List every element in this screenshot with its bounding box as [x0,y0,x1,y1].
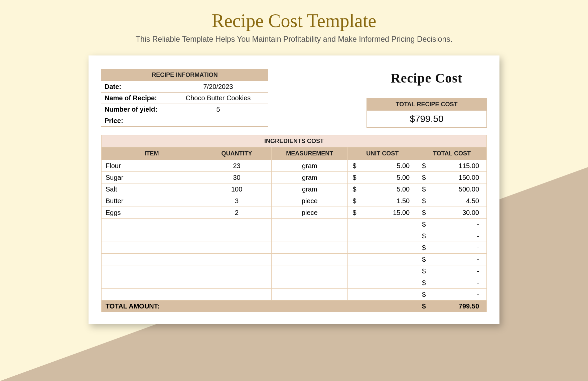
cell-unit-cost: $5.00 [348,160,417,172]
info-row: Name of Recipe:Choco Butter Cookies [101,93,268,104]
unit-cost-number: 15.00 [393,209,410,217]
cell-measurement: gram [271,183,348,195]
table-row: Salt100gram$5.00$500.00 [102,183,487,195]
cell-item: Flour [102,160,202,172]
cell-measurement [271,254,348,265]
cell-quantity [202,265,272,277]
currency-symbol: $ [422,256,426,263]
total-amount-label: TOTAL AMOUNT: [102,300,417,312]
table-row: $- [102,242,487,254]
info-value: Choco Butter Cookies [171,94,265,102]
total-recipe-cost-header: TOTAL RECIPE COST [367,98,486,111]
page-title: Recipe Cost Template [0,10,588,31]
cell-total-cost: $- [417,289,487,300]
total-recipe-cost-box: TOTAL RECIPE COST $799.50 [366,98,487,128]
cell-measurement [271,265,348,277]
cell-item [102,242,202,254]
col-unit-cost: UNIT COST [348,147,417,160]
currency-symbol: $ [352,197,356,205]
info-value: 7/20/2023 [171,83,265,91]
cell-measurement [271,289,348,300]
cell-item [102,254,202,265]
col-quantity: QUANTITY [202,147,272,160]
table-header-row: ITEM QUANTITY MEASUREMENT UNIT COST TOTA… [102,147,487,160]
total-cost-number: 4.50 [466,197,479,205]
info-label: Number of yield: [105,106,171,113]
cell-unit-cost: $5.00 [348,183,417,195]
currency-symbol: $ [422,162,426,170]
total-cost-number: 500.00 [459,185,479,193]
cell-total-cost: $- [417,242,487,254]
total-amount-row: TOTAL AMOUNT: $ 799.50 [102,300,487,312]
cell-measurement: piece [271,195,348,207]
cell-measurement [271,219,348,230]
currency-symbol: $ [352,162,356,170]
currency-symbol: $ [352,209,356,217]
total-cost-number: 30.00 [462,209,479,217]
recipe-cost-title: Recipe Cost [366,70,487,86]
cell-measurement: gram [271,172,348,183]
cell-quantity: 3 [202,195,272,207]
cell-quantity: 30 [202,172,272,183]
currency-symbol: $ [422,279,426,287]
total-cost-number: - [477,267,479,275]
cell-quantity [202,230,272,242]
currency-symbol: $ [422,291,426,298]
cell-item [102,265,202,277]
table-row: $- [102,289,487,300]
cell-measurement [271,277,348,289]
cell-unit-cost: $1.50 [348,195,417,207]
cell-quantity [202,277,272,289]
currency-symbol: $ [352,174,356,181]
cell-quantity [202,219,272,230]
cell-measurement: gram [271,160,348,172]
recipe-information-header: RECIPE INFORMATION [101,69,268,81]
table-row: $- [102,277,487,289]
table-row: Sugar30gram$5.00$150.00 [102,172,487,183]
page-subtitle: This Reliable Template Helps You Maintai… [0,35,588,44]
cost-summary-block: Recipe Cost TOTAL RECIPE COST $799.50 [366,69,487,128]
total-cost-number: 150.00 [459,174,479,181]
total-cost-number: 115.00 [459,162,479,170]
currency-symbol: $ [422,185,426,193]
info-row: Number of yield:5 [101,104,268,115]
unit-cost-number: 5.00 [397,174,410,181]
ingredients-table: ITEM QUANTITY MEASUREMENT UNIT COST TOTA… [101,147,487,312]
cell-unit-cost [348,277,417,289]
col-item: ITEM [102,147,202,160]
cell-quantity [202,254,272,265]
cell-total-cost: $4.50 [417,195,487,207]
info-label: Date: [105,83,171,91]
info-row: Price: [101,115,268,127]
cell-unit-cost [348,254,417,265]
cell-item [102,219,202,230]
total-cost-number: - [477,279,479,287]
cell-unit-cost [348,289,417,300]
total-cost-number: - [477,291,479,298]
unit-cost-number: 1.50 [397,197,410,205]
table-row: Flour23gram$5.00$115.00 [102,160,487,172]
total-amount-value: $ 799.50 [417,300,487,312]
cell-item: Salt [102,183,202,195]
unit-cost-number: 5.00 [397,185,410,193]
currency-symbol: $ [422,267,426,275]
table-row: Eggs2piece$15.00$30.00 [102,207,487,219]
cell-unit-cost: $5.00 [348,172,417,183]
top-row: RECIPE INFORMATION Date:7/20/2023Name of… [101,69,487,128]
unit-cost-number: 5.00 [397,162,410,170]
currency-symbol: $ [422,221,426,228]
cell-total-cost: $- [417,254,487,265]
cell-total-cost: $- [417,219,487,230]
cell-total-cost: $- [417,265,487,277]
cell-total-cost: $150.00 [417,172,487,183]
page-header: Recipe Cost Template This Reliable Templ… [0,0,588,44]
cell-item: Eggs [102,207,202,219]
currency-symbol: $ [352,185,356,193]
currency-symbol: $ [422,174,426,181]
info-label: Price: [105,117,171,125]
total-cost-number: - [477,244,479,252]
cell-item [102,230,202,242]
table-row: $- [102,230,487,242]
cell-quantity: 100 [202,183,272,195]
cell-total-cost: $115.00 [417,160,487,172]
